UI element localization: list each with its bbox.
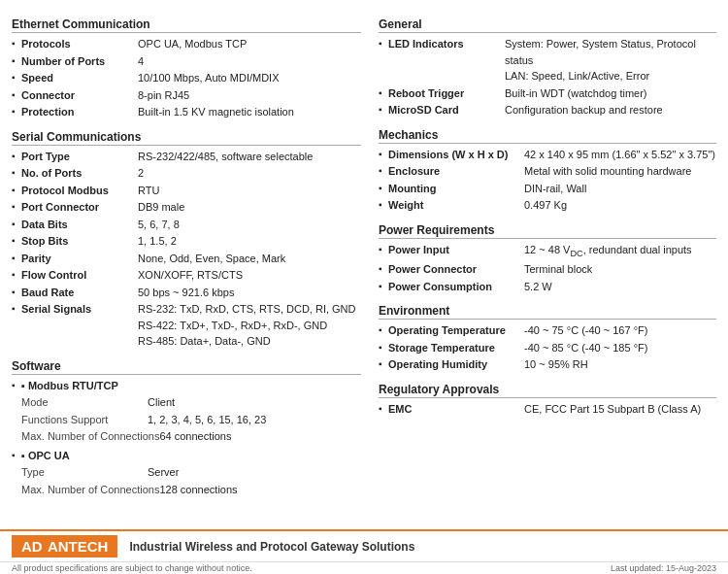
spec-stop-bits: Stop Bits 1, 1.5, 2 xyxy=(12,233,361,250)
spec-port-type: Port Type RS-232/422/485, software selec… xyxy=(12,149,361,165)
footer-disclaimer: All product specifications are subject t… xyxy=(12,563,252,573)
spec-num-ports-eth: Number of Ports 4 xyxy=(12,53,361,70)
footer-logo: AD|ANTECH xyxy=(12,535,117,557)
spec-port-connector: Port Connector DB9 male xyxy=(12,199,361,216)
section-software: Software xyxy=(12,359,361,375)
spec-protocols: Protocols OPC UA, Modbus TCP xyxy=(12,36,361,52)
spec-storage-temp: Storage Temperature -40 ~ 85 °C (-40 ~ 1… xyxy=(379,340,716,356)
spec-op-temp: Operating Temperature -40 ~ 75 °C (-40 ~… xyxy=(379,322,716,339)
spec-baud-rate: Baud Rate 50 bps ~ 921.6 kbps xyxy=(12,285,361,301)
section-serial: Serial Communications xyxy=(12,130,361,146)
left-column: Ethernet Communication Protocols OPC UA,… xyxy=(12,8,371,498)
section-general: General xyxy=(379,17,716,33)
spec-mounting: Mounting DIN-rail, Wall xyxy=(379,181,716,197)
spec-opc-type: Type Server xyxy=(12,464,361,481)
footer-tagline: Industrial Wireless and Protocol Gateway… xyxy=(129,540,414,554)
footer-bottom: All product specifications are subject t… xyxy=(0,561,728,574)
spec-protection: Protection Built-in 1.5 KV magnetic isol… xyxy=(12,104,361,120)
spec-modbus-connections: Max. Number of Connections 64 connection… xyxy=(12,428,361,445)
spec-power-input: Power Input 12 ~ 48 VDC, redundant dual … xyxy=(379,242,716,261)
spec-speed: Speed 10/100 Mbps, Auto MDI/MDIX xyxy=(12,70,361,86)
footer-inner: AD|ANTECH Industrial Wireless and Protoc… xyxy=(0,531,728,561)
spec-power-consumption: Power Consumption 5.2 W xyxy=(379,279,716,295)
spec-dimensions: Dimensions (W x H x D) 42 x 140 x 95 mm … xyxy=(379,147,716,163)
spec-power-connector: Power Connector Terminal block xyxy=(379,261,716,278)
spec-data-bits: Data Bits 5, 6, 7, 8 xyxy=(12,217,361,233)
spec-emc: EMC CE, FCC Part 15 Subpart B (Class A) xyxy=(379,401,716,418)
spec-microsd: MicroSD Card Configuration backup and re… xyxy=(379,102,716,118)
spec-opc-ua-label: ▪ OPC UA xyxy=(12,448,361,464)
spec-connector-eth: Connector 8-pin RJ45 xyxy=(12,87,361,104)
section-regulatory: Regulatory Approvals xyxy=(379,383,716,398)
spec-weight: Weight 0.497 Kg xyxy=(379,197,716,214)
spec-no-ports: No. of Ports 2 xyxy=(12,165,361,182)
section-environment: Environment xyxy=(379,304,716,320)
spec-led-indicators: LED Indicators System: Power, System Sta… xyxy=(379,36,716,84)
spec-serial-signals: Serial Signals RS-232: TxD, RxD, CTS, RT… xyxy=(12,301,361,350)
spec-opc-connections: Max. Number of Connections 128 connectio… xyxy=(12,482,361,498)
spec-enclosure: Enclosure Metal with solid mounting hard… xyxy=(379,163,716,180)
spec-parity: Parity None, Odd, Even, Space, Mark xyxy=(12,251,361,267)
right-column: General LED Indicators System: Power, Sy… xyxy=(371,8,716,498)
spec-flow-control: Flow Control XON/XOFF, RTS/CTS xyxy=(12,267,361,284)
spec-modbus-mode: Mode Client xyxy=(12,394,361,411)
section-mechanics: Mechanics xyxy=(379,128,716,144)
section-power: Power Requirements xyxy=(379,223,716,239)
section-ethernet: Ethernet Communication xyxy=(12,17,361,33)
footer-last-updated: Last updated: 15-Aug-2023 xyxy=(611,563,716,573)
spec-op-humidity: Operating Humidity 10 ~ 95% RH xyxy=(379,356,716,373)
spec-reboot-trigger: Reboot Trigger Built-in WDT (watchdog ti… xyxy=(379,85,716,102)
spec-protocol-modbus: Protocol Modbus RTU xyxy=(12,183,361,199)
spec-modbus-rtutcp-label: ▪ Modbus RTU/TCP xyxy=(12,378,361,394)
spec-modbus-functions: Functions Support 1, 2, 3, 4, 5, 6, 15, … xyxy=(12,412,361,428)
footer: AD|ANTECH Industrial Wireless and Protoc… xyxy=(0,529,728,574)
